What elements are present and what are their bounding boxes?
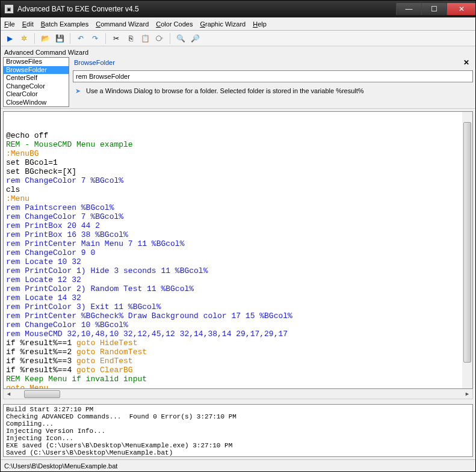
code-line[interactable]: rem PrintBox 20 44 2 bbox=[6, 221, 470, 230]
editor-pane: @echo offREM - MouseCMD Menu example:Men… bbox=[1, 109, 475, 402]
code-line[interactable]: rem PrintCenter Main Menu 7 11 %BGcol% bbox=[6, 239, 470, 248]
zoom-out-icon[interactable]: 🔎 bbox=[190, 33, 200, 44]
code-line[interactable]: REM Keep Menu if invalid input bbox=[6, 375, 470, 384]
zoom-in-icon[interactable]: 🔍 bbox=[175, 33, 186, 44]
code-line[interactable]: if %result%==2 goto RandomTest bbox=[6, 348, 470, 357]
wizard-command-title: BrowseFolder bbox=[73, 59, 460, 66]
command-wizard-panel: Advanced Command Wizard BrowseFiles Brow… bbox=[1, 46, 475, 109]
command-listbox[interactable]: BrowseFiles BrowseFolder CenterSelf Chan… bbox=[3, 57, 69, 107]
status-filepath: C:\Users\B\Desktop\MenuExample.bat bbox=[4, 462, 117, 470]
list-item[interactable]: CenterSelf bbox=[4, 74, 69, 82]
list-item[interactable]: BrowseFolder bbox=[4, 66, 69, 75]
output-line: Injecting Version Info... bbox=[6, 428, 470, 435]
code-line[interactable]: if %result%==1 goto HideTest bbox=[6, 339, 470, 348]
menu-file[interactable]: File bbox=[4, 20, 15, 28]
close-button[interactable]: ✕ bbox=[447, 3, 475, 15]
statusbar: C:\Users\B\Desktop\MenuExample.bat bbox=[1, 459, 475, 471]
toolbar-separator bbox=[170, 33, 170, 44]
wizard-description: Use a Windows Dialog to browse for a fol… bbox=[86, 87, 364, 94]
code-line[interactable]: rem ChangeColor 10 %BGcol% bbox=[6, 320, 470, 329]
menu-batch-examples[interactable]: Batch Examples bbox=[41, 20, 89, 28]
output-line: Build Start 3:27:10 PM bbox=[6, 406, 470, 413]
cut-icon[interactable]: ✂ bbox=[111, 33, 122, 44]
horizontal-scrollbar[interactable]: ◄ ► bbox=[3, 389, 473, 399]
code-line[interactable]: rem PrintCenter %BGcheck% Draw Backgroun… bbox=[6, 311, 470, 320]
output-line: EXE saved (C:\Users\B\Desktop\MenuExampl… bbox=[6, 442, 470, 449]
code-line[interactable]: rem Locate 12 32 bbox=[6, 275, 470, 284]
toolbar: ▶ ✲ 📂 💾 ↶ ↷ ✂ ⎘ 📋 ⧂ 🔍 🔎 bbox=[1, 31, 475, 46]
output-line: Injecting Icon... bbox=[6, 435, 470, 442]
titlebar[interactable]: ▣ Advanced BAT to EXE Converter v4.5 ― ☐… bbox=[1, 1, 475, 17]
code-line[interactable]: rem ChangeColor 9 0 bbox=[6, 248, 470, 257]
output-line: Checking ADVANCED Commands... Found 0 Er… bbox=[6, 413, 470, 420]
app-window: ▣ Advanced BAT to EXE Converter v4.5 ― ☐… bbox=[0, 0, 476, 472]
code-line[interactable]: rem MouseCMD 32,10,48,10 32,12,45,12 32,… bbox=[6, 329, 470, 339]
code-editor[interactable]: @echo offREM - MouseCMD Menu example:Men… bbox=[3, 111, 473, 389]
output-pane: Build Start 3:27:10 PMChecking ADVANCED … bbox=[1, 402, 475, 459]
find-icon[interactable]: ⧂ bbox=[154, 33, 165, 44]
code-line[interactable]: rem PrintColor 1) Hide 3 seconds 11 %BGc… bbox=[6, 266, 470, 275]
paste-icon[interactable]: 📋 bbox=[140, 33, 150, 44]
app-icon: ▣ bbox=[4, 4, 14, 14]
code-line[interactable]: :MenuBG bbox=[6, 149, 470, 158]
toolbar-separator bbox=[34, 33, 35, 44]
menubar: File Edit Batch Examples Command Wizard … bbox=[1, 17, 475, 31]
scroll-right-icon[interactable]: ► bbox=[462, 389, 472, 399]
info-arrow-icon: ➤ bbox=[73, 86, 82, 96]
maximize-button[interactable]: ☐ bbox=[421, 3, 447, 15]
code-line[interactable]: set BGcol=1 bbox=[6, 158, 470, 167]
scrollbar-thumb[interactable] bbox=[463, 122, 471, 363]
window-title: Advanced BAT to EXE Converter v4.5 bbox=[17, 5, 396, 13]
play-icon[interactable]: ▶ bbox=[4, 33, 15, 44]
code-line[interactable]: if %result%==4 goto ClearBG bbox=[6, 366, 470, 375]
list-item[interactable]: CloseWindow bbox=[4, 99, 69, 107]
menu-color-codes[interactable]: Color Codes bbox=[156, 20, 193, 28]
menu-graphic-wizard[interactable]: Graphic Wizard bbox=[200, 20, 246, 28]
code-line[interactable]: :Menu bbox=[6, 194, 470, 203]
copy-icon[interactable]: ⎘ bbox=[125, 33, 136, 44]
code-line[interactable]: set BGcheck=[X] bbox=[6, 167, 470, 176]
code-line[interactable]: rem PrintBox 16 38 %BGcol% bbox=[6, 230, 470, 239]
list-item[interactable]: ChangeColor bbox=[4, 82, 69, 91]
menu-command-wizard[interactable]: Command Wizard bbox=[96, 20, 149, 28]
save-icon[interactable]: 💾 bbox=[54, 33, 65, 44]
code-line[interactable]: rem ChangeColor 7 %BGcol% bbox=[6, 212, 470, 221]
code-line[interactable]: rem Locate 14 32 bbox=[6, 293, 470, 302]
redo-icon[interactable]: ↷ bbox=[90, 33, 100, 44]
build-output[interactable]: Build Start 3:27:10 PMChecking ADVANCED … bbox=[3, 404, 473, 457]
wizard-close-icon[interactable]: ✕ bbox=[460, 58, 473, 67]
menu-edit[interactable]: Edit bbox=[22, 20, 34, 28]
output-line: Saved (C:\Users\B\Desktop\MenuExample.ba… bbox=[6, 449, 470, 456]
output-line: Compiling... bbox=[6, 420, 470, 428]
toolbar-separator bbox=[70, 33, 70, 44]
code-line[interactable]: rem Locate 10 32 bbox=[6, 257, 470, 266]
list-item[interactable]: BrowseFiles bbox=[4, 58, 69, 66]
code-line[interactable]: if %result%==3 goto EndTest bbox=[6, 357, 470, 366]
open-icon[interactable]: 📂 bbox=[40, 33, 51, 44]
scroll-left-icon[interactable]: ◄ bbox=[4, 389, 14, 399]
minimize-button[interactable]: ― bbox=[396, 3, 421, 15]
vertical-scrollbar[interactable] bbox=[462, 112, 472, 388]
list-item[interactable]: ClearColor bbox=[4, 90, 69, 99]
toolbar-separator bbox=[105, 33, 106, 44]
code-line[interactable]: @echo off bbox=[6, 131, 470, 140]
code-line[interactable]: rem PrintColor 3) Exit 11 %BGcol% bbox=[6, 302, 470, 311]
code-line[interactable]: rem Paintscreen %BGcol% bbox=[6, 203, 470, 212]
code-line[interactable]: cls bbox=[6, 185, 470, 194]
code-line[interactable]: goto Menu bbox=[6, 384, 470, 389]
code-line[interactable]: REM - MouseCMD Menu example bbox=[6, 140, 470, 149]
code-line[interactable]: rem PrintColor 2) Random Test 11 %BGcol% bbox=[6, 284, 470, 293]
wizard-section-label: Advanced Command Wizard bbox=[3, 48, 473, 57]
scrollbar-thumb[interactable] bbox=[24, 390, 60, 398]
menu-help[interactable]: Help bbox=[253, 20, 267, 28]
code-line[interactable]: rem ChangeColor 7 %BGcol% bbox=[6, 176, 470, 185]
undo-icon[interactable]: ↶ bbox=[75, 33, 86, 44]
wizard-command-input[interactable] bbox=[73, 70, 473, 82]
gear-icon[interactable]: ✲ bbox=[19, 33, 29, 44]
